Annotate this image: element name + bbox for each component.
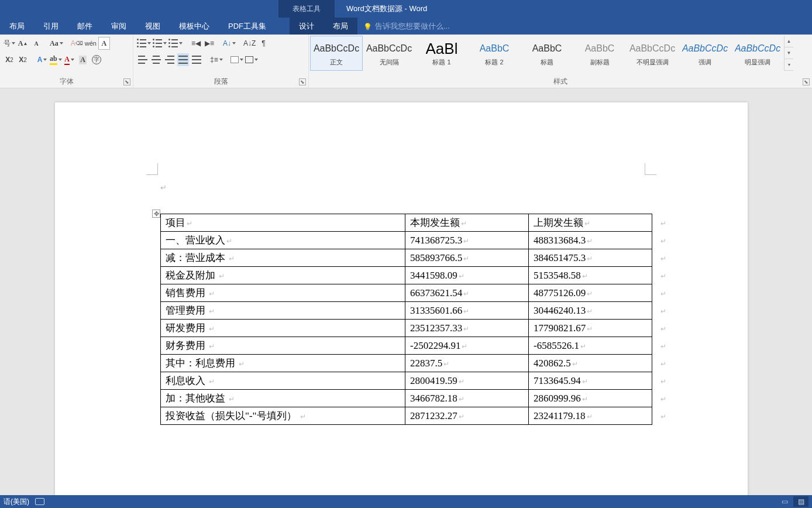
- table-row[interactable]: 税金及附加 ↵3441598.09↵5153548.58↵↵: [161, 267, 672, 284]
- table-cell[interactable]: 一、营业收入↵: [161, 232, 405, 249]
- tab-template-center[interactable]: 模板中心: [170, 18, 219, 35]
- char-border-button[interactable]: A: [98, 37, 110, 50]
- style-item-0[interactable]: AaBbCcDc正文: [310, 36, 363, 71]
- enclose-char-button[interactable]: 字: [91, 53, 102, 66]
- view-read-button[interactable]: ▭: [777, 496, 792, 507]
- gallery-down-button[interactable]: ▼: [785, 47, 793, 59]
- style-item-3[interactable]: AaBbC标题 2: [468, 36, 521, 71]
- align-right-button[interactable]: [164, 53, 176, 66]
- status-language[interactable]: 语(美国): [4, 497, 29, 507]
- tab-pdf-tools[interactable]: PDF工具集: [219, 18, 276, 35]
- table-row[interactable]: 投资收益（损失以"-"号填列） ↵2871232.27↵23241179.18↵…: [161, 407, 672, 425]
- table-cell[interactable]: 23512357.33↵: [405, 320, 529, 337]
- data-table[interactable]: 项目↵本期发生额↵上期发生额↵↵一、营业收入↵741368725.3↵48831…: [160, 214, 672, 425]
- style-item-1[interactable]: AaBbCcDc无间隔: [363, 36, 415, 71]
- borders-button[interactable]: [245, 53, 258, 66]
- tab-table-design[interactable]: 设计: [290, 18, 324, 35]
- table-cell[interactable]: 5153548.58↵: [529, 267, 652, 284]
- table-cell[interactable]: -2502294.91↵: [405, 337, 529, 355]
- increase-indent-button[interactable]: ▶≡: [204, 37, 215, 50]
- tab-view[interactable]: 视图: [136, 18, 170, 35]
- table-row[interactable]: 一、营业收入↵741368725.3↵488313684.3↵↵: [161, 232, 672, 249]
- tab-references[interactable]: 引用: [34, 18, 68, 35]
- paragraph-dialog-launcher[interactable]: ⬊: [299, 78, 306, 85]
- table-row[interactable]: 减：营业成本 ↵585893766.5↵384651475.3↵↵: [161, 249, 672, 267]
- highlight-button[interactable]: ab: [50, 53, 62, 66]
- table-cell[interactable]: 2800419.59↵: [405, 372, 529, 390]
- table-row[interactable]: 财务费用 ↵-2502294.91↵-6585526.1↵↵: [161, 337, 672, 355]
- table-cell[interactable]: 研发费用 ↵: [161, 320, 405, 337]
- table-cell[interactable]: 加：其他收益 ↵: [161, 390, 405, 407]
- keyboard-icon[interactable]: [35, 498, 44, 505]
- table-cell[interactable]: 17790821.67↵: [529, 320, 652, 337]
- style-item-7[interactable]: AaBbCcDc强调: [679, 36, 731, 71]
- table-cell[interactable]: 30446240.13↵: [529, 302, 652, 320]
- gallery-up-button[interactable]: ▲: [785, 36, 793, 47]
- table-cell[interactable]: 384651475.3↵: [529, 249, 652, 267]
- table-header-cell[interactable]: 项目↵: [161, 214, 405, 232]
- superscript-button[interactable]: X2: [17, 53, 29, 66]
- line-spacing-button[interactable]: ‡≡: [210, 53, 223, 66]
- font-size-combo[interactable]: 号: [4, 37, 15, 50]
- decrease-indent-button[interactable]: ≡◀: [190, 37, 202, 50]
- text-effects-button[interactable]: A: [36, 53, 48, 66]
- table-header-cell[interactable]: 上期发生额↵: [529, 214, 652, 232]
- view-print-button[interactable]: ▤: [793, 496, 808, 507]
- style-item-8[interactable]: AaBbCcDc明显强调: [731, 36, 784, 71]
- document-area[interactable]: ↵ ✥ 项目↵本期发生额↵上期发生额↵↵一、营业收入↵741368725.3↵4…: [0, 88, 812, 495]
- table-cell[interactable]: 585893766.5↵: [405, 249, 529, 267]
- sort-button[interactable]: A↓Z: [243, 37, 256, 50]
- gallery-more-button[interactable]: ▾: [785, 59, 793, 71]
- font-color-button[interactable]: A: [64, 53, 75, 66]
- table-row[interactable]: 利息收入 ↵2800419.59↵7133645.94↵↵: [161, 372, 672, 390]
- table-cell[interactable]: 销售费用 ↵: [161, 284, 405, 302]
- style-item-6[interactable]: AaBbCcDc不明显强调: [626, 36, 679, 71]
- table-cell[interactable]: 3466782.18↵: [405, 390, 529, 407]
- tab-mailings[interactable]: 邮件: [68, 18, 102, 35]
- clear-format-button[interactable]: A⌫: [71, 37, 83, 50]
- table-row[interactable]: 管理费用 ↵31335601.66↵30446240.13↵↵: [161, 302, 672, 320]
- table-cell[interactable]: 741368725.3↵: [405, 232, 529, 249]
- tab-review[interactable]: 审阅: [102, 18, 136, 35]
- table-cell[interactable]: 其中：利息费用 ↵: [161, 355, 405, 372]
- tab-table-layout[interactable]: 布局: [324, 18, 357, 35]
- multilevel-list-button[interactable]: [168, 37, 183, 50]
- tell-me-search[interactable]: 告诉我您想要做什么...: [357, 18, 456, 35]
- table-row[interactable]: 研发费用 ↵23512357.33↵17790821.67↵↵: [161, 320, 672, 337]
- table-cell[interactable]: 7133645.94↵: [529, 372, 652, 390]
- table-cell[interactable]: 2860999.96↵: [529, 390, 652, 407]
- change-case-button[interactable]: Aa: [50, 37, 63, 50]
- table-cell[interactable]: 2871232.27↵: [405, 407, 529, 425]
- table-row[interactable]: 销售费用 ↵66373621.54↵48775126.09↵↵: [161, 284, 672, 302]
- table-cell[interactable]: 31335601.66↵: [405, 302, 529, 320]
- table-cell[interactable]: 财务费用 ↵: [161, 337, 405, 355]
- table-cell[interactable]: 488313684.3↵: [529, 232, 652, 249]
- numbering-button[interactable]: [153, 37, 167, 50]
- align-justify-button[interactable]: [177, 53, 189, 66]
- table-cell[interactable]: 66373621.54↵: [405, 284, 529, 302]
- table-cell[interactable]: 48775126.09↵: [529, 284, 652, 302]
- table-cell[interactable]: 3441598.09↵: [405, 267, 529, 284]
- show-marks-button[interactable]: ¶: [257, 37, 269, 50]
- distribute-button[interactable]: [191, 53, 202, 66]
- table-cell[interactable]: 税金及附加 ↵: [161, 267, 405, 284]
- bullets-button[interactable]: [137, 37, 151, 50]
- subscript-button[interactable]: X2: [4, 53, 15, 66]
- style-item-5[interactable]: AaBbC副标题: [573, 36, 626, 71]
- table-cell[interactable]: 管理费用 ↵: [161, 302, 405, 320]
- table-row[interactable]: 其中：利息费用 ↵22837.5↵420862.5↵↵: [161, 355, 672, 372]
- table-cell[interactable]: 减：营业成本 ↵: [161, 249, 405, 267]
- shrink-font-button[interactable]: A: [30, 37, 42, 50]
- table-cell[interactable]: 利息收入 ↵: [161, 372, 405, 390]
- table-cell[interactable]: -6585526.1↵: [529, 337, 652, 355]
- table-cell[interactable]: 420862.5↵: [529, 355, 652, 372]
- asian-layout-button[interactable]: A↓: [223, 37, 236, 50]
- table-row[interactable]: 加：其他收益 ↵3466782.18↵2860999.96↵↵: [161, 390, 672, 407]
- table-header-cell[interactable]: 本期发生额↵: [405, 214, 529, 232]
- grow-font-button[interactable]: A▲: [17, 37, 29, 50]
- tab-layout[interactable]: 布局: [0, 18, 34, 35]
- table-cell[interactable]: 22837.5↵: [405, 355, 529, 372]
- styles-dialog-launcher[interactable]: ⬊: [803, 78, 810, 85]
- style-item-4[interactable]: AaBbC标题: [521, 36, 573, 71]
- char-shading-button[interactable]: A: [77, 53, 89, 66]
